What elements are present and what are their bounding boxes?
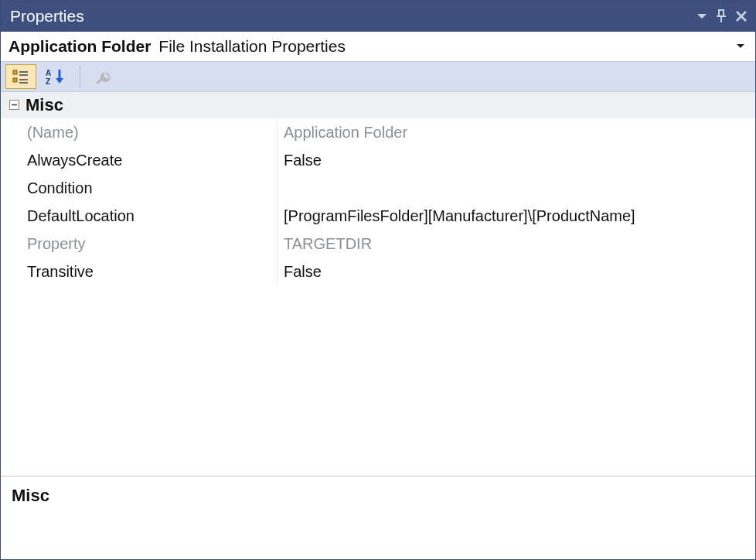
property-row-defaultlocation[interactable]: DefaultLocation [ProgramFilesFolder][Man… (1, 202, 755, 230)
titlebar-icons (696, 9, 747, 23)
property-row-alwayscreate[interactable]: AlwaysCreate False (1, 146, 755, 174)
property-name: (Name) (1, 118, 278, 146)
object-name: Application Folder (9, 37, 151, 56)
close-icon[interactable] (735, 10, 747, 22)
toolbar: A Z (1, 61, 755, 92)
property-value[interactable] (278, 174, 755, 202)
object-type: File Installation Properties (158, 37, 734, 56)
window-options-icon[interactable] (696, 12, 707, 20)
property-name: Property (1, 230, 278, 258)
property-grid: Misc (Name) Application Folder AlwaysCre… (1, 92, 755, 476)
collapse-icon[interactable] (4, 95, 24, 115)
svg-rect-0 (719, 10, 724, 16)
property-name: Condition (1, 174, 278, 202)
property-value: TARGETDIR (278, 230, 755, 258)
property-value: Application Folder (278, 118, 755, 146)
chevron-down-icon[interactable] (734, 43, 747, 50)
property-name: AlwaysCreate (1, 146, 278, 174)
category-label: Misc (26, 95, 63, 115)
toolbar-separator (80, 66, 80, 87)
property-name: Transitive (1, 258, 278, 285)
svg-text:A: A (46, 69, 51, 77)
property-row-condition[interactable]: Condition (1, 174, 755, 202)
property-row-name[interactable]: (Name) Application Folder (1, 118, 755, 146)
titlebar: Properties (1, 1, 755, 32)
alphabetical-button[interactable]: A Z (41, 64, 72, 89)
window-title: Properties (10, 7, 696, 26)
property-value[interactable]: [ProgramFilesFolder][Manufacturer]\[Prod… (278, 202, 755, 230)
properties-panel: Properties Application Folder (0, 0, 756, 560)
object-selector[interactable]: Application Folder File Installation Pro… (1, 32, 755, 61)
property-value[interactable]: False (278, 258, 755, 285)
property-pages-button[interactable] (88, 64, 119, 89)
description-pane: Misc (1, 476, 755, 559)
property-name: DefaultLocation (1, 202, 278, 230)
property-row-transitive[interactable]: Transitive False (1, 258, 755, 285)
categorized-button[interactable] (5, 64, 36, 89)
svg-rect-6 (13, 78, 17, 82)
property-value[interactable]: False (278, 146, 755, 174)
pin-icon[interactable] (715, 9, 727, 23)
category-row[interactable]: Misc (1, 92, 755, 118)
svg-rect-5 (13, 70, 17, 74)
grid-empty-area (1, 285, 755, 476)
property-row-property[interactable]: Property TARGETDIR (1, 230, 755, 258)
description-title: Misc (12, 486, 744, 506)
svg-text:Z: Z (46, 77, 50, 85)
